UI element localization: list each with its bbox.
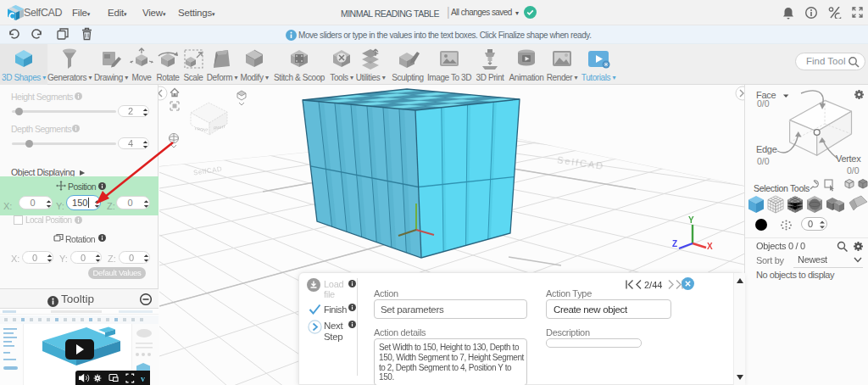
svg-text:Edge: Edge: [756, 144, 777, 154]
svg-text:0/0: 0/0: [757, 98, 770, 109]
svg-text:RIGHT: RIGHT: [214, 125, 226, 131]
svg-text:Y: Y: [688, 215, 694, 225]
svg-text:FRONT: FRONT: [195, 126, 209, 132]
svg-text:0/0: 0/0: [847, 165, 860, 176]
svg-text:SelfCAD: SelfCAD: [556, 154, 604, 171]
svg-text:Selection Tools: Selection Tools: [754, 183, 810, 193]
svg-text:Z: Z: [672, 239, 677, 248]
svg-text:Vertex: Vertex: [836, 153, 861, 164]
svg-text:X: X: [707, 242, 713, 251]
svg-text:0/0: 0/0: [757, 156, 770, 166]
svg-text:v: v: [141, 374, 145, 383]
